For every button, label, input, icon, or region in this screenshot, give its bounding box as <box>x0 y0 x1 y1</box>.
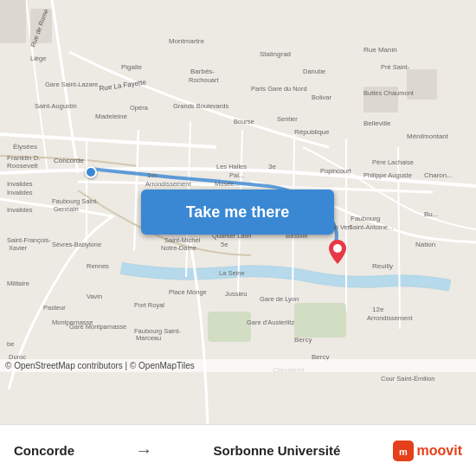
svg-text:Pigalle: Pigalle <box>121 63 143 71</box>
svg-rect-10 <box>294 303 346 338</box>
svg-text:Arrondissement: Arrondissement <box>145 180 191 188</box>
svg-text:Danube: Danube <box>303 68 325 75</box>
svg-text:Ménilmontant: Ménilmontant <box>407 132 449 140</box>
svg-text:Bourse: Bourse <box>234 118 254 125</box>
svg-text:m: m <box>399 447 408 457</box>
svg-text:Faubourg Saint-: Faubourg Saint- <box>52 197 99 205</box>
moovit-brand-text: moovit <box>417 443 462 459</box>
svg-text:Pasteur: Pasteur <box>43 304 66 312</box>
svg-text:Gare Montparnasse: Gare Montparnasse <box>69 323 126 331</box>
svg-text:Saint-Antoine...: Saint-Antoine... <box>349 223 393 231</box>
moovit-icon: m <box>393 441 414 461</box>
svg-text:be: be <box>7 340 14 348</box>
svg-rect-11 <box>208 312 251 342</box>
svg-text:Gare de Lyon: Gare de Lyon <box>260 295 299 303</box>
svg-text:Grands Boulevards: Grands Boulevards <box>173 102 228 110</box>
svg-text:Charon...: Charon... <box>424 171 453 179</box>
origin-label: Concorde <box>14 443 74 458</box>
svg-text:Paris Gare du Nord: Paris Gare du Nord <box>251 85 307 93</box>
svg-text:Les Halles: Les Halles <box>216 163 247 170</box>
svg-text:Invalides: Invalides <box>7 180 33 188</box>
svg-text:République: République <box>294 128 330 136</box>
svg-text:Rochouart: Rochouart <box>189 76 220 84</box>
svg-text:Montmartre: Montmartre <box>169 37 204 45</box>
svg-text:Sèvres-Babylone: Sèvres-Babylone <box>52 241 101 248</box>
svg-text:Arrondissement: Arrondissement <box>367 314 413 322</box>
svg-text:Reuilly: Reuilly <box>372 262 393 270</box>
svg-text:Place Monge: Place Monge <box>169 288 207 296</box>
svg-text:Gare d'Austerlitz: Gare d'Austerlitz <box>247 318 294 326</box>
svg-text:Notre-Dame: Notre-Dame <box>161 244 196 252</box>
svg-text:Belleville: Belleville <box>363 119 391 127</box>
moovit-logo: m moovit <box>393 441 462 461</box>
svg-text:Marceau: Marceau <box>136 334 161 342</box>
svg-text:Saint-Michel: Saint-Michel <box>164 236 201 244</box>
svg-text:Musée...: Musée... <box>215 180 240 188</box>
svg-text:Jussieu: Jussieu <box>225 290 247 298</box>
svg-text:Bu...: Bu... <box>424 210 438 218</box>
svg-text:Buttes Chaumont: Buttes Chaumont <box>363 89 415 97</box>
svg-text:Bolivar: Bolivar <box>312 93 331 101</box>
svg-text:Rennes: Rennes <box>87 262 109 270</box>
svg-text:Père Lachaise: Père Lachaise <box>372 158 414 166</box>
destination-marker <box>329 240 346 264</box>
svg-text:Concorde: Concorde <box>54 157 84 164</box>
svg-text:Invalides: Invalides <box>7 189 33 196</box>
map-container: Élysées Franklin D. Roosevelt Concorde M… <box>0 0 476 424</box>
footer: Concorde → Sorbonne Université m moovit <box>0 424 476 476</box>
svg-text:5e: 5e <box>221 241 228 248</box>
svg-text:Invalides: Invalides <box>7 206 33 214</box>
svg-text:Cour Saint-Émilion: Cour Saint-Émilion <box>381 375 435 383</box>
svg-text:Xavier: Xavier <box>9 244 28 252</box>
svg-text:Madeleine: Madeleine <box>95 113 127 120</box>
svg-text:Saint-Augustin: Saint-Augustin <box>35 102 77 110</box>
svg-point-97 <box>333 244 342 253</box>
svg-text:Bercy: Bercy <box>294 336 312 344</box>
svg-text:3e: 3e <box>268 163 276 170</box>
svg-text:Barbés-: Barbés- <box>190 68 215 75</box>
svg-text:Germain: Germain <box>54 205 79 213</box>
svg-text:La Seine: La Seine <box>219 269 245 277</box>
svg-text:Opéra: Opéra <box>130 104 149 112</box>
svg-text:Pré Saint-: Pré Saint- <box>381 63 410 71</box>
svg-text:Pal...: Pal... <box>229 171 244 179</box>
svg-text:12e: 12e <box>372 306 384 313</box>
svg-text:Gare Saint-Lazare...: Gare Saint-Lazare... <box>45 80 104 88</box>
svg-text:Port Royal: Port Royal <box>134 301 164 309</box>
origin-marker <box>85 166 97 178</box>
svg-text:Sentier: Sentier <box>277 115 298 123</box>
svg-text:1er: 1er <box>147 171 158 179</box>
svg-text:Franklin D.: Franklin D. <box>7 154 41 162</box>
svg-text:Roosevelt: Roosevelt <box>7 162 38 170</box>
svg-text:Stalingrad: Stalingrad <box>260 50 291 58</box>
take-me-there-button[interactable]: Take me there <box>141 190 334 235</box>
svg-text:Saint-François-: Saint-François- <box>7 236 51 244</box>
svg-text:Militaire: Militaire <box>7 280 29 287</box>
svg-text:Vavin: Vavin <box>87 293 102 300</box>
direction-arrow: → <box>135 441 152 460</box>
svg-text:Popincourt: Popincourt <box>320 167 352 175</box>
svg-text:Nation: Nation <box>415 241 435 248</box>
map-attribution: © OpenStreetMap contributors | © OpenMap… <box>0 359 476 372</box>
destination-label: Sorbonne Université <box>214 443 341 458</box>
svg-text:Philippe Auguste: Philippe Auguste <box>363 171 412 179</box>
svg-text:Liège: Liège <box>30 55 46 62</box>
svg-text:Élysées: Élysées <box>13 143 37 151</box>
svg-rect-12 <box>0 0 26 43</box>
svg-text:Faubourg: Faubourg <box>351 215 380 222</box>
svg-text:Rue Manin: Rue Manin <box>363 46 397 54</box>
